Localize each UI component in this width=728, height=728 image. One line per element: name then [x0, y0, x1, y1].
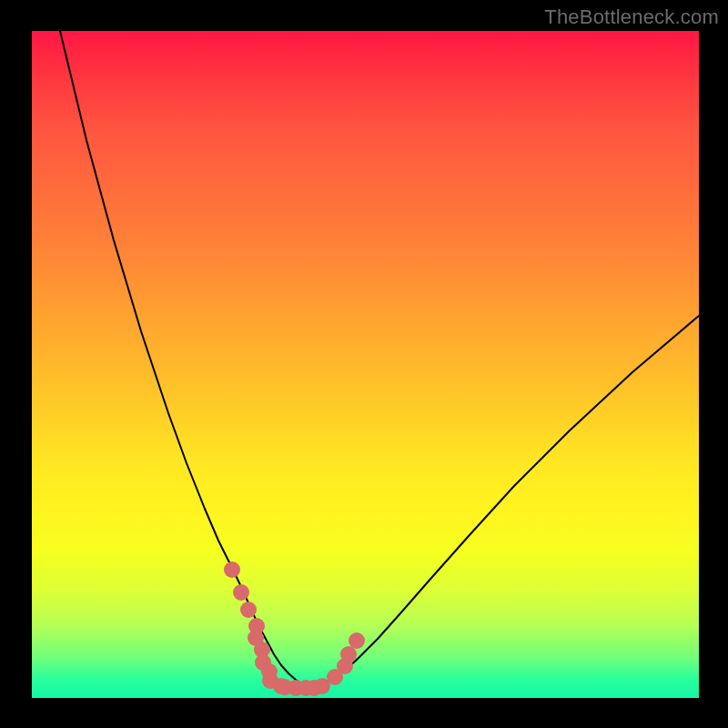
valley-dots-left-point: [233, 584, 249, 601]
watermark-text: TheBottleneck.com: [544, 5, 719, 29]
valley-dots-right-point: [349, 632, 365, 649]
chart-container: TheBottleneck.com: [0, 0, 728, 728]
chart-svg: [32, 31, 699, 698]
bottleneck-right-curve: [310, 316, 699, 686]
valley-dots-left-point: [224, 561, 240, 578]
data-curves: [60, 31, 699, 696]
plot-area: [32, 31, 699, 698]
bottleneck-left-curve: [60, 31, 310, 686]
valley-dots-left-point: [240, 602, 257, 618]
valley-dots-right-point: [340, 646, 357, 662]
